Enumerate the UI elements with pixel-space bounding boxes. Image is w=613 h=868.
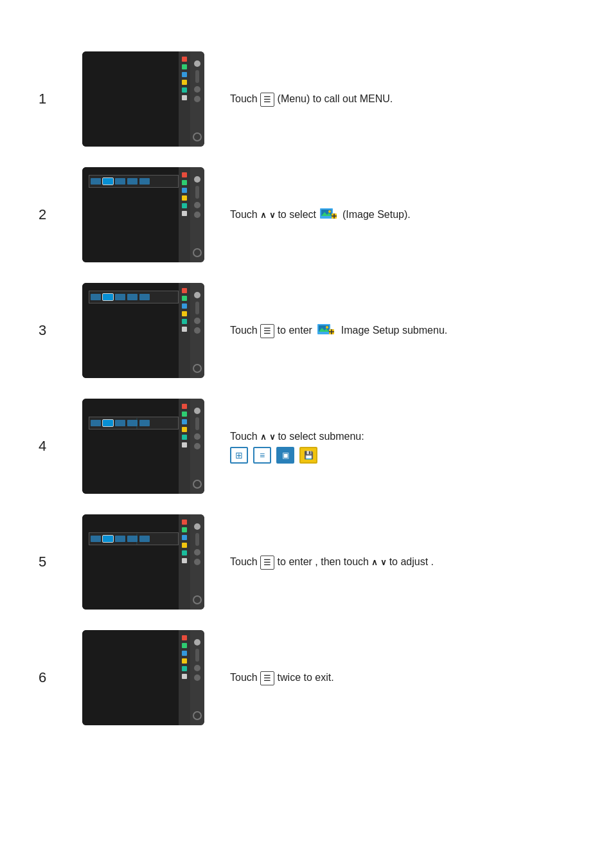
step-4-menu-overlay bbox=[89, 417, 179, 429]
menu-icon-6: ☰ bbox=[260, 671, 274, 685]
step-1-desc: Touch ☰ (Menu) to call out MENU. bbox=[230, 91, 574, 107]
svg-point-10 bbox=[326, 326, 328, 329]
step-6-row: 6 bbox=[39, 630, 574, 725]
step-6-number: 6 bbox=[39, 669, 57, 686]
icon-blue bbox=[182, 72, 187, 77]
svg-point-3 bbox=[328, 210, 331, 213]
step-1-text: (Menu) to call out MENU. bbox=[278, 93, 393, 104]
step-4-desc: Touch ∧ ∨ to select submenu: ⊞ ≡ ▣ 💾 bbox=[230, 429, 574, 464]
menu-icon-3: ☰ bbox=[260, 324, 274, 338]
step-4-text: to select submenu: bbox=[278, 431, 364, 442]
step-2-number: 2 bbox=[39, 206, 57, 223]
submenu-icon-list: ≡ bbox=[253, 447, 271, 464]
step-5-desc: Touch ☰ to enter , then touch ∧ ∨ to adj… bbox=[230, 554, 574, 570]
step-5-menu-overlay bbox=[89, 532, 179, 545]
image-setup-icon-2 bbox=[320, 208, 338, 222]
step-5-middle: to enter , then touch bbox=[278, 556, 369, 567]
page-container: 1 bbox=[0, 0, 613, 777]
side-btn-1 bbox=[194, 60, 200, 67]
step-2-row: 2 bbox=[39, 167, 574, 262]
step-6-monitor bbox=[82, 630, 204, 725]
submenu-icon-display: ▣ bbox=[276, 447, 294, 464]
icon-white bbox=[182, 95, 187, 100]
step-4-arrows: ∧ ∨ bbox=[260, 432, 278, 442]
step-3-menu-overlay bbox=[89, 291, 179, 303]
step-3-number: 3 bbox=[39, 322, 57, 339]
step-4-number: 4 bbox=[39, 438, 57, 455]
image-setup-icon-3 bbox=[317, 324, 335, 338]
step-5-monitor bbox=[82, 514, 204, 610]
side-btn-3 bbox=[194, 96, 200, 102]
icon-yellow bbox=[182, 80, 187, 85]
icon-red bbox=[182, 57, 187, 62]
submenu-icon-aspect: ⊞ bbox=[230, 447, 248, 464]
step-3-desc: Touch ☰ to enter Image Setup submenu. bbox=[230, 323, 574, 338]
step-2-touch: Touch bbox=[230, 209, 258, 220]
step-5-suffix: to adjust . bbox=[389, 556, 434, 567]
icon-green bbox=[182, 64, 187, 69]
step-2-menu-overlay bbox=[89, 175, 179, 188]
step-1-row: 1 bbox=[39, 51, 574, 147]
step-4-monitor bbox=[82, 399, 204, 494]
step-2-monitor bbox=[82, 167, 204, 262]
step-6-touch: Touch bbox=[230, 672, 258, 683]
menu-icon-5: ☰ bbox=[260, 556, 274, 570]
step-6-suffix: twice to exit. bbox=[278, 672, 334, 683]
step-5-row: 5 bbox=[39, 514, 574, 610]
side-circle bbox=[193, 132, 202, 141]
step-3-row: 3 bbox=[39, 283, 574, 378]
step-2-desc: Touch ∧ ∨ to select (Image Setup). bbox=[230, 207, 574, 222]
step-3-to-enter: to enter bbox=[278, 325, 312, 336]
step-4-line1: Touch ∧ ∨ to select submenu: bbox=[230, 429, 574, 444]
step-3-suffix: Image Setup submenu. bbox=[341, 325, 447, 336]
submenu-icon-save: 💾 bbox=[299, 447, 317, 464]
menu-icon-1: ☰ bbox=[260, 93, 274, 107]
step-4-row: 4 bbox=[39, 399, 574, 494]
step-6-desc: Touch ☰ twice to exit. bbox=[230, 670, 574, 685]
step-4-submenu-icons: ⊞ ≡ ▣ 💾 bbox=[230, 447, 574, 464]
step-1-touch-label: Touch bbox=[230, 93, 258, 104]
side-btn-2 bbox=[194, 86, 200, 93]
step-2-suffix: (Image Setup). bbox=[342, 209, 411, 220]
step-5-arrows: ∧ ∨ bbox=[371, 557, 389, 567]
step-1-number: 1 bbox=[39, 91, 57, 107]
step-5-touch: Touch bbox=[230, 556, 258, 567]
step-3-monitor bbox=[82, 283, 204, 378]
icon-cyan bbox=[182, 87, 187, 93]
step-2-arrows: ∧ ∨ bbox=[260, 210, 278, 220]
side-btn-long bbox=[195, 70, 199, 83]
step-3-touch: Touch bbox=[230, 325, 258, 336]
step-5-number: 5 bbox=[39, 554, 57, 570]
step-4-touch: Touch bbox=[230, 431, 258, 442]
step-2-to-select: to select bbox=[278, 209, 316, 220]
step-1-monitor bbox=[82, 51, 204, 147]
